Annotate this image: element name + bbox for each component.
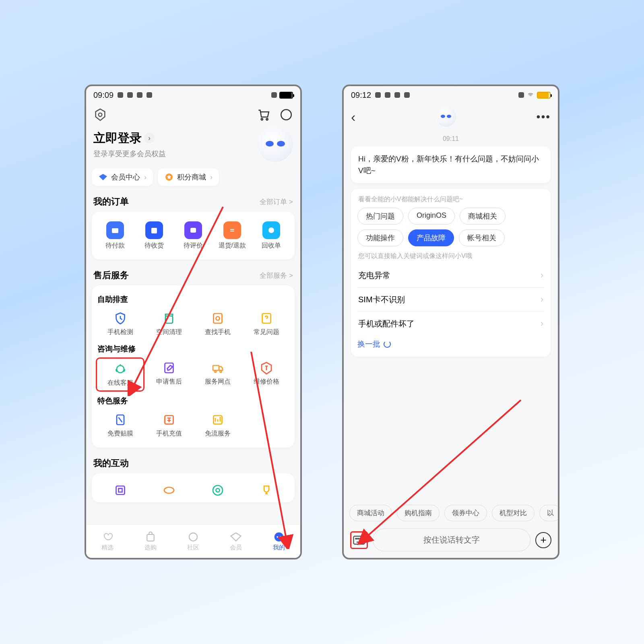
svg-rect-26: [147, 535, 154, 541]
tab-shop[interactable]: 选购: [129, 524, 171, 558]
settings-hex-icon[interactable]: [93, 108, 107, 122]
chat-header: ‹ •••: [344, 104, 558, 130]
svg-point-17: [220, 371, 222, 373]
battery-icon: [537, 92, 551, 99]
login-title: 立即登录: [93, 130, 142, 147]
topbar: [92, 104, 295, 125]
quick-reply-bar: 商城活动购机指南领券中心机型对比以: [344, 501, 558, 525]
topic-chip[interactable]: 热门问题: [357, 208, 403, 225]
service-card: 自助排查 手机检测 空间清理 查找手机 常见问题 咨询与维修 在线客服 申请售后…: [92, 285, 295, 448]
svg-rect-5: [112, 228, 118, 233]
question-item[interactable]: 充电异常›: [357, 264, 544, 287]
sim-icon: [518, 92, 524, 98]
svc-find-phone[interactable]: 查找手机: [193, 308, 242, 340]
service-all-link[interactable]: 全部服务 >: [260, 271, 293, 280]
bot-avatar[interactable]: [436, 107, 456, 127]
order-item-recycle[interactable]: 回收单: [252, 218, 291, 253]
orders-grid: 待付款 待收货 待评价 退货/退款 回收单: [96, 218, 291, 253]
svc-free-film[interactable]: 免费贴膜: [96, 409, 144, 441]
tab-mine[interactable]: 我的: [258, 524, 300, 558]
keyboard-toggle-icon[interactable]: [350, 531, 368, 549]
tab-community[interactable]: 社区: [172, 524, 215, 558]
quick-reply-pill[interactable]: 领券中心: [444, 505, 487, 521]
member-center-pill[interactable]: 会员中心 ›: [92, 168, 153, 186]
svg-point-34: [355, 538, 356, 539]
svg-point-24: [213, 485, 223, 495]
topic-chip[interactable]: 帐号相关: [459, 229, 505, 246]
svc-recharge[interactable]: 手机充值: [144, 409, 193, 441]
question-hint: 您可以直接输入关键词或像这样问小V哦: [358, 252, 543, 260]
interact-item[interactable]: [144, 480, 193, 501]
svc-clean[interactable]: 空间清理: [144, 308, 193, 340]
svg-point-2: [266, 118, 268, 120]
order-item-pending-ship[interactable]: 待收货: [135, 218, 174, 253]
points-mall-pill[interactable]: 积分商城 ›: [158, 168, 219, 186]
svg-point-16: [214, 371, 216, 373]
tab-featured[interactable]: 精选: [86, 524, 129, 558]
svc-phone-check[interactable]: 手机检测: [96, 308, 144, 340]
svc-faq[interactable]: 常见问题: [242, 308, 291, 340]
phone-profile: 09:09 立即登录 › 登录享受更多会员权益: [85, 85, 302, 559]
topic-chip[interactable]: 商城相关: [460, 208, 506, 225]
topic-chip[interactable]: OriginOS: [408, 208, 455, 225]
wifi-icon: [526, 92, 535, 98]
refresh-questions[interactable]: 换一批: [357, 339, 544, 349]
interact-item[interactable]: [242, 480, 291, 501]
svg-point-30: [280, 536, 281, 538]
status-time: 09:09: [93, 91, 114, 100]
quick-reply-pill[interactable]: 机型对比: [492, 505, 535, 521]
svg-point-28: [275, 533, 284, 542]
tab-member[interactable]: 会员: [215, 524, 257, 558]
service-title: 售后服务: [93, 269, 129, 281]
service-group1-title: 自助排查: [97, 294, 289, 305]
battery-icon: [279, 92, 293, 99]
quick-reply-pill[interactable]: 商城活动: [349, 505, 392, 521]
chevron-right-icon: ›: [541, 318, 543, 329]
topic-chip[interactable]: 功能操作: [357, 229, 403, 246]
service-group3-title: 特色服务: [97, 396, 289, 406]
interact-item[interactable]: [193, 480, 242, 501]
svg-point-36: [359, 538, 360, 539]
topic-chip[interactable]: 产品故障: [408, 229, 454, 246]
back-icon[interactable]: ‹: [351, 109, 355, 125]
svc-repair-price[interactable]: 维修价格: [242, 357, 291, 392]
quick-reply-pill[interactable]: 以: [539, 505, 558, 521]
service-group2-title: 咨询与维修: [97, 344, 289, 354]
status-icon: [118, 92, 123, 98]
question-item[interactable]: 手机或配件坏了›: [357, 312, 544, 336]
svg-rect-22: [118, 489, 122, 492]
quick-reply-pill[interactable]: 购机指南: [397, 505, 440, 521]
order-item-refund[interactable]: 退货/退款: [213, 218, 252, 253]
svc-apply-service[interactable]: 申请售后: [144, 357, 193, 392]
svg-rect-10: [213, 314, 222, 323]
svc-locations[interactable]: 服务网点: [193, 357, 242, 392]
login-block[interactable]: 立即登录 › 登录享受更多会员权益: [92, 125, 295, 163]
order-item-review[interactable]: 待评价: [174, 218, 213, 253]
bot-avatar[interactable]: [258, 126, 293, 162]
message-icon[interactable]: [279, 108, 293, 122]
question-item[interactable]: SIM卡不识别›: [357, 287, 544, 312]
status-time: 09:12: [351, 91, 371, 100]
add-attachment-icon[interactable]: +: [535, 532, 551, 548]
status-bar: 09:09: [86, 86, 300, 104]
cart-icon[interactable]: [257, 108, 270, 122]
sim-icon: [271, 92, 277, 98]
status-icon: [394, 92, 400, 98]
orders-title: 我的订单: [93, 196, 129, 208]
svc-online-support[interactable]: 在线客服: [96, 357, 144, 392]
pill-label: 会员中心: [111, 172, 140, 182]
topic-card: 看看全能的小V都能解决什么问题吧~ 热门问题OriginOS商城相关功能操作产品…: [351, 189, 551, 357]
phone-chat: 09:12 ‹ ••• 09:11 Hi，亲爱的V粉，新年快乐！有什么问题，不妨…: [342, 85, 559, 559]
status-icon: [137, 92, 142, 98]
svc-free-data[interactable]: 免流服务: [193, 409, 242, 441]
status-icon: [375, 92, 381, 98]
orders-all-link[interactable]: 全部订单 >: [260, 197, 293, 206]
order-item-pending-pay[interactable]: 待付款: [96, 218, 135, 253]
status-icon: [385, 92, 390, 98]
svg-rect-6: [151, 228, 157, 233]
more-icon[interactable]: •••: [537, 110, 551, 123]
refresh-icon: [384, 341, 391, 348]
interact-item[interactable]: [96, 480, 144, 501]
svg-point-29: [277, 536, 278, 538]
voice-input-button[interactable]: 按住说话转文字: [373, 528, 530, 551]
